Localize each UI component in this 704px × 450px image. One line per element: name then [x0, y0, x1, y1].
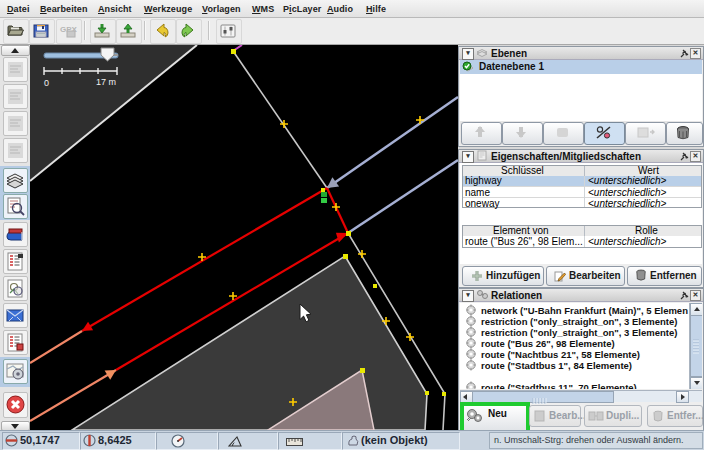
svg-text:0: 0	[44, 78, 49, 88]
svg-text:17 m: 17 m	[96, 77, 116, 87]
